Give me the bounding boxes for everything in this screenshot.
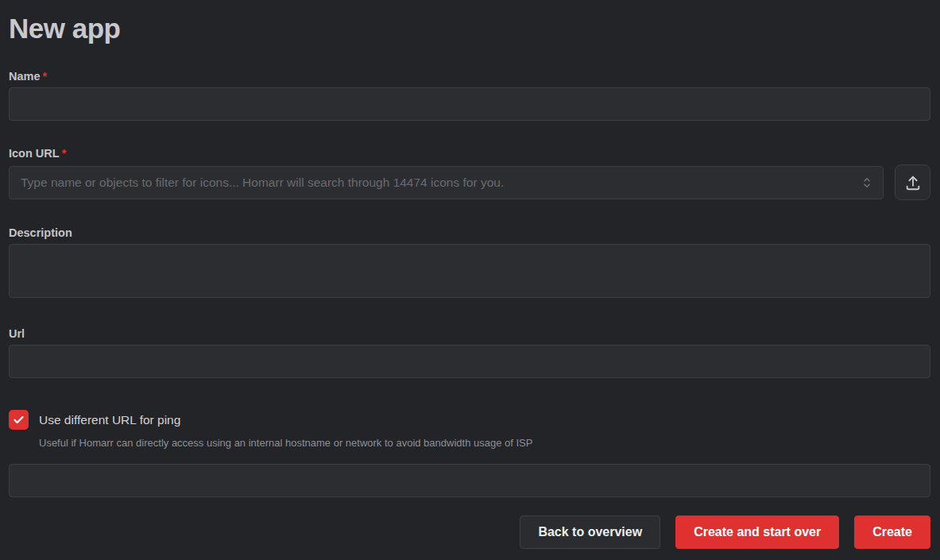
page-title: New app (9, 10, 930, 47)
description-field-group: Description (9, 225, 930, 301)
upload-icon-button[interactable] (895, 164, 930, 200)
icon-url-field-group: Icon URL* (9, 145, 930, 200)
upload-icon (904, 174, 922, 191)
name-required-mark: * (43, 70, 48, 83)
name-input[interactable] (9, 87, 930, 121)
url-field-group: Url (9, 326, 930, 378)
icon-search-select (9, 166, 884, 199)
icon-url-required-mark: * (62, 147, 67, 160)
name-label-text: Name (9, 70, 41, 83)
create-and-start-over-button[interactable]: Create and start over (675, 516, 839, 549)
icon-url-label-text: Icon URL (9, 147, 60, 160)
ping-helper-text: Useful if Homarr can directly access usi… (39, 436, 930, 450)
description-label: Description (9, 225, 930, 241)
ping-section: Use different URL for ping Useful if Hom… (9, 410, 930, 497)
ping-checkbox[interactable] (9, 410, 29, 430)
ping-checkbox-row: Use different URL for ping (9, 410, 930, 430)
form-actions: Back to overview Create and start over C… (9, 516, 930, 549)
icon-search-input[interactable] (9, 166, 884, 199)
name-label: Name* (9, 68, 930, 84)
ping-url-field (9, 464, 930, 497)
icon-url-label: Icon URL* (9, 145, 930, 161)
url-label: Url (9, 326, 930, 342)
name-field-group: Name* (9, 68, 930, 121)
description-textarea[interactable] (9, 244, 930, 298)
ping-checkbox-label[interactable]: Use different URL for ping (39, 413, 180, 427)
ping-url-input[interactable] (9, 464, 930, 497)
create-button[interactable]: Create (854, 516, 930, 549)
new-app-form: New app Name* Icon URL* (0, 0, 940, 549)
url-input[interactable] (9, 345, 930, 378)
checkmark-icon (13, 414, 25, 426)
back-to-overview-button[interactable]: Back to overview (520, 516, 660, 549)
icon-url-row (9, 164, 930, 200)
